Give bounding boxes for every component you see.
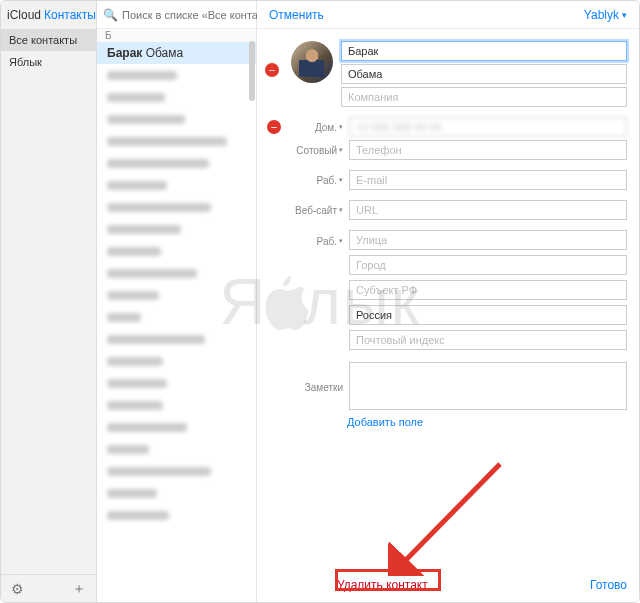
search-wrap: 🔍 bbox=[97, 1, 256, 29]
address-country-field[interactable] bbox=[349, 305, 627, 325]
company-field[interactable] bbox=[341, 87, 627, 107]
contacts-dropdown[interactable]: Контакты bbox=[44, 8, 96, 22]
phone-mobile-label[interactable]: Сотовый▾ bbox=[285, 145, 343, 156]
address-label[interactable]: Раб.▾ bbox=[285, 236, 343, 247]
name-fields bbox=[341, 41, 627, 107]
notes-label: Заметки bbox=[285, 362, 343, 410]
contact-row[interactable] bbox=[97, 174, 256, 196]
contact-row[interactable] bbox=[97, 306, 256, 328]
groups-footer: ⚙ ＋ bbox=[1, 574, 96, 602]
address-region-field[interactable] bbox=[349, 280, 627, 300]
remove-phone-icon[interactable] bbox=[267, 120, 281, 134]
detail-footer: Удалить контакт Готово bbox=[257, 568, 639, 602]
contact-first-name: Барак bbox=[107, 46, 142, 60]
avatar[interactable] bbox=[291, 41, 333, 83]
icloud-label: iCloud bbox=[7, 8, 41, 22]
groups-header: iCloud Контакты ▾ bbox=[1, 1, 96, 29]
phone-group: Дом.▾ Сотовый▾ bbox=[269, 117, 627, 160]
website-label[interactable]: Веб-сайт▾ bbox=[285, 205, 343, 216]
contact-row[interactable] bbox=[97, 64, 256, 86]
account-dropdown[interactable]: Yablyk▾ bbox=[584, 8, 627, 22]
detail-body: Дом.▾ Сотовый▾ Раб.▾ Веб-сайт▾ bbox=[257, 29, 639, 568]
contact-row[interactable] bbox=[97, 328, 256, 350]
contact-row[interactable] bbox=[97, 152, 256, 174]
contact-detail-pane: Отменить Yablyk▾ Дом.▾ Со bbox=[257, 1, 639, 602]
phone-home-label[interactable]: Дом.▾ bbox=[285, 122, 343, 133]
name-area bbox=[269, 41, 627, 107]
chevron-down-icon: ▾ bbox=[622, 10, 627, 20]
contact-row[interactable] bbox=[97, 372, 256, 394]
address-zip-field[interactable] bbox=[349, 330, 627, 350]
add-field-button[interactable]: Добавить поле bbox=[347, 416, 627, 428]
phone-home-field[interactable] bbox=[349, 117, 627, 137]
phone-mobile-field[interactable] bbox=[349, 140, 627, 160]
address-city-field[interactable] bbox=[349, 255, 627, 275]
email-field[interactable] bbox=[349, 170, 627, 190]
contact-row[interactable] bbox=[97, 482, 256, 504]
address-street-field[interactable] bbox=[349, 230, 627, 250]
group-item-yablyk[interactable]: Яблык bbox=[1, 51, 96, 73]
email-label[interactable]: Раб.▾ bbox=[285, 175, 343, 186]
contact-row[interactable] bbox=[97, 394, 256, 416]
contact-row[interactable] bbox=[97, 86, 256, 108]
address-group: Раб.▾ bbox=[269, 230, 627, 352]
notes-group: Заметки bbox=[269, 362, 627, 410]
add-group-icon[interactable]: ＋ bbox=[72, 580, 86, 598]
contact-row[interactable] bbox=[97, 438, 256, 460]
contact-row[interactable] bbox=[97, 416, 256, 438]
app-window: iCloud Контакты ▾ Все контакты Яблык ⚙ ＋… bbox=[0, 0, 640, 603]
first-name-field[interactable] bbox=[341, 41, 627, 61]
search-input[interactable] bbox=[122, 9, 260, 21]
done-button[interactable]: Готово bbox=[590, 578, 627, 592]
remove-photo-icon[interactable] bbox=[265, 63, 279, 77]
notes-field[interactable] bbox=[349, 362, 627, 410]
cancel-button[interactable]: Отменить bbox=[269, 8, 324, 22]
website-group: Веб-сайт▾ bbox=[269, 200, 627, 220]
contact-row[interactable] bbox=[97, 108, 256, 130]
contact-row-selected[interactable]: Барак Обама bbox=[97, 42, 256, 64]
email-group: Раб.▾ bbox=[269, 170, 627, 190]
contact-row[interactable] bbox=[97, 504, 256, 526]
group-item-all[interactable]: Все контакты bbox=[1, 29, 96, 51]
contact-row[interactable] bbox=[97, 262, 256, 284]
section-header: Б bbox=[97, 29, 256, 42]
contact-row[interactable] bbox=[97, 284, 256, 306]
delete-contact-button[interactable]: Удалить контакт bbox=[337, 578, 428, 592]
contact-row[interactable] bbox=[97, 130, 256, 152]
gear-icon[interactable]: ⚙ bbox=[11, 581, 24, 597]
detail-header: Отменить Yablyk▾ bbox=[257, 1, 639, 29]
scrollbar-thumb[interactable] bbox=[249, 41, 255, 101]
contact-row[interactable] bbox=[97, 350, 256, 372]
search-icon: 🔍 bbox=[103, 8, 118, 22]
contact-row[interactable] bbox=[97, 218, 256, 240]
contacts-list-pane: 🔍 Б Барак Обама bbox=[97, 1, 257, 602]
website-field[interactable] bbox=[349, 200, 627, 220]
last-name-field[interactable] bbox=[341, 64, 627, 84]
scrollbar-track[interactable] bbox=[249, 41, 255, 600]
contact-row[interactable] bbox=[97, 460, 256, 482]
contacts-scroll[interactable]: Б Барак Обама bbox=[97, 29, 256, 602]
contact-row[interactable] bbox=[97, 240, 256, 262]
contact-row[interactable] bbox=[97, 196, 256, 218]
groups-pane: iCloud Контакты ▾ Все контакты Яблык ⚙ ＋ bbox=[1, 1, 97, 602]
contact-last-name: Обама bbox=[146, 46, 184, 60]
